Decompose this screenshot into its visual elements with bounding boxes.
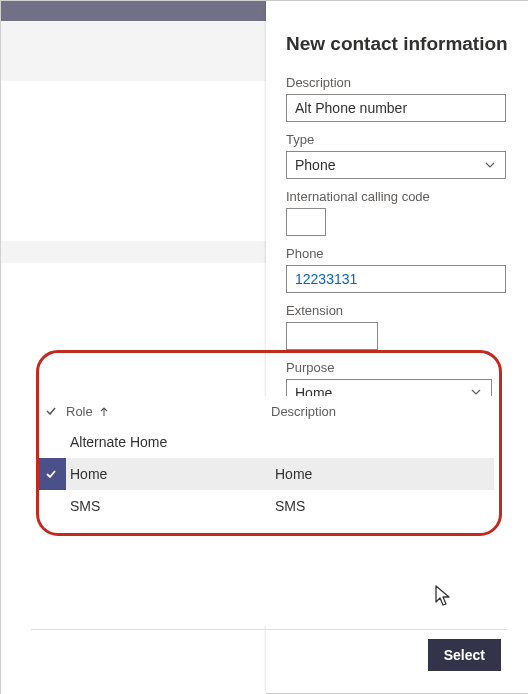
- row-role: Alternate Home: [70, 434, 167, 450]
- lookup-rows: Alternate Home Home Home SMS SMS: [36, 426, 494, 522]
- left-block-2: [1, 81, 266, 241]
- lookup-row[interactable]: SMS SMS: [36, 490, 494, 522]
- type-label: Type: [286, 132, 509, 147]
- extension-input[interactable]: [286, 322, 378, 350]
- bottom-divider: [31, 629, 507, 630]
- column-header-description[interactable]: Description: [271, 404, 494, 419]
- description-label: Description: [286, 75, 509, 90]
- phone-label: Phone: [286, 246, 509, 261]
- left-header-bar: [1, 1, 266, 21]
- row-checkbox[interactable]: [36, 458, 66, 490]
- select-button[interactable]: Select: [428, 639, 501, 671]
- lookup-header: Role Description: [36, 396, 494, 426]
- phone-input[interactable]: 12233131: [286, 265, 506, 293]
- type-select[interactable]: Phone: [286, 151, 506, 179]
- description-value: Alt Phone number: [295, 100, 407, 116]
- column-header-description-label: Description: [271, 404, 336, 419]
- purpose-label: Purpose: [286, 360, 509, 375]
- lookup-row[interactable]: Home Home: [36, 458, 494, 490]
- select-button-label: Select: [444, 647, 485, 663]
- purpose-lookup-grid: Role Description Alternate Home Home: [36, 396, 494, 626]
- extension-label: Extension: [286, 303, 509, 318]
- row-description: SMS: [275, 498, 305, 514]
- intl-code-input[interactable]: [286, 208, 326, 236]
- column-header-role-label: Role: [66, 404, 93, 419]
- row-role: SMS: [70, 498, 100, 514]
- sort-ascending-icon: [99, 404, 109, 419]
- row-role: Home: [70, 466, 107, 482]
- select-all-checkbox[interactable]: [36, 404, 66, 418]
- intl-code-label: International calling code: [286, 189, 509, 204]
- lookup-row[interactable]: Alternate Home: [36, 426, 494, 458]
- panel-title: New contact information: [286, 33, 509, 55]
- description-input[interactable]: Alt Phone number: [286, 94, 506, 122]
- left-block-3: [1, 241, 266, 263]
- type-value: Phone: [295, 157, 335, 173]
- row-description: Home: [275, 466, 312, 482]
- column-header-role[interactable]: Role: [66, 404, 271, 419]
- left-block-1: [1, 21, 266, 81]
- chevron-down-icon: [483, 158, 497, 172]
- phone-value: 12233131: [295, 271, 357, 287]
